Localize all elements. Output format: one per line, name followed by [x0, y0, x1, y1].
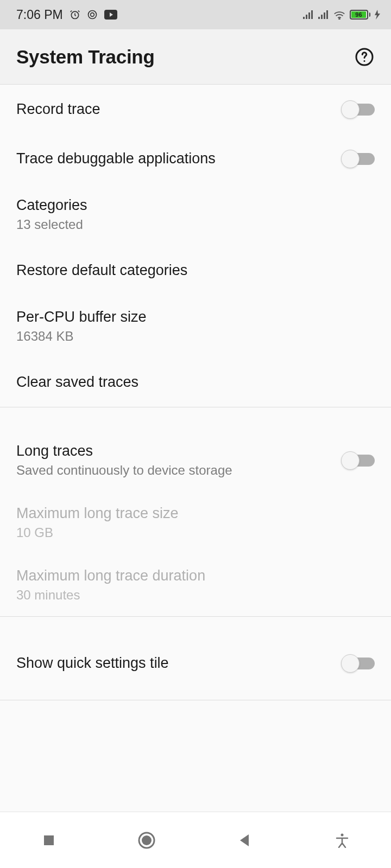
- app-header: System Tracing: [0, 29, 391, 85]
- svg-rect-8: [318, 17, 320, 19]
- svg-point-17: [142, 835, 152, 845]
- svg-rect-5: [306, 15, 307, 19]
- svg-rect-9: [321, 15, 323, 19]
- dnd-icon: [87, 9, 98, 20]
- trace-debuggable-switch[interactable]: [343, 153, 375, 165]
- back-button[interactable]: [217, 824, 272, 857]
- row-title: Record trace: [16, 101, 343, 118]
- row-title: Maximum long trace size: [16, 505, 375, 522]
- alarm-icon: [70, 9, 80, 20]
- svg-rect-10: [324, 12, 325, 19]
- settings-list: Record trace Trace debuggable applicatio…: [0, 85, 391, 700]
- svg-point-2: [90, 13, 94, 17]
- charging-icon: [375, 10, 380, 20]
- svg-point-12: [339, 18, 340, 19]
- long-traces-row[interactable]: Long traces Saved continuously to device…: [0, 429, 391, 492]
- navigation-bar: [0, 812, 391, 868]
- svg-rect-4: [303, 17, 305, 19]
- buffer-size-row[interactable]: Per-CPU buffer size 16384 KB: [0, 295, 391, 358]
- help-button[interactable]: [354, 47, 375, 67]
- max-trace-duration-row: Maximum long trace duration 30 minutes: [0, 554, 391, 616]
- row-title: Clear saved traces: [16, 374, 375, 391]
- wifi-icon: [333, 10, 345, 20]
- svg-rect-6: [308, 12, 310, 19]
- row-subtitle: 13 selected: [16, 217, 375, 232]
- svg-point-1: [88, 11, 96, 19]
- svg-rect-7: [311, 10, 313, 19]
- record-trace-switch[interactable]: [343, 104, 375, 116]
- svg-point-18: [341, 833, 344, 836]
- svg-point-14: [364, 60, 365, 62]
- max-trace-size-row: Maximum long trace size 10 GB: [0, 492, 391, 554]
- long-traces-switch[interactable]: [343, 455, 375, 467]
- clear-traces-row[interactable]: Clear saved traces: [0, 358, 391, 407]
- row-title: Per-CPU buffer size: [16, 309, 375, 326]
- status-bar: 7:06 PM 96: [0, 0, 391, 29]
- row-subtitle: 16384 KB: [16, 329, 375, 344]
- row-title: Categories: [16, 197, 375, 214]
- youtube-icon: [104, 10, 117, 20]
- svg-rect-15: [44, 835, 54, 845]
- row-subtitle: 30 minutes: [16, 588, 375, 603]
- home-button[interactable]: [119, 824, 174, 857]
- signal-icon: [303, 10, 314, 19]
- trace-debuggable-row[interactable]: Trace debuggable applications: [0, 134, 391, 183]
- quick-settings-tile-row[interactable]: Show quick settings tile: [0, 639, 391, 688]
- row-title: Maximum long trace duration: [16, 567, 375, 584]
- signal-icon-2: [318, 10, 329, 19]
- battery-indicator: 96: [350, 10, 370, 20]
- row-subtitle: Saved continuously to device storage: [16, 463, 343, 478]
- recents-button[interactable]: [22, 824, 76, 857]
- status-time: 7:06 PM: [16, 8, 63, 22]
- status-right: 96: [303, 10, 380, 20]
- svg-rect-11: [326, 10, 328, 19]
- accessibility-button[interactable]: [315, 824, 369, 857]
- page-title: System Tracing: [16, 46, 155, 68]
- record-trace-row[interactable]: Record trace: [0, 85, 391, 134]
- section-divider: [0, 700, 391, 700]
- row-title: Long traces: [16, 443, 343, 459]
- row-subtitle: 10 GB: [16, 525, 375, 540]
- quick-settings-switch[interactable]: [343, 658, 375, 669]
- restore-categories-row[interactable]: Restore default categories: [0, 246, 391, 295]
- categories-row[interactable]: Categories 13 selected: [0, 183, 391, 246]
- row-title: Restore default categories: [16, 262, 375, 279]
- status-left: 7:06 PM: [16, 8, 117, 22]
- row-title: Show quick settings tile: [16, 655, 343, 672]
- row-title: Trace debuggable applications: [16, 150, 343, 167]
